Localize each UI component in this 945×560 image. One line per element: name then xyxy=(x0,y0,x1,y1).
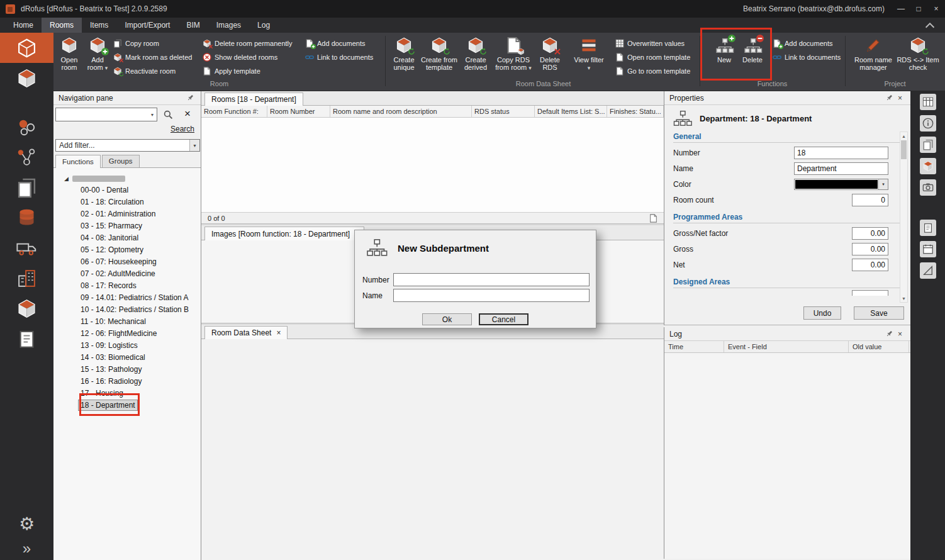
column-room-number[interactable]: Room Number xyxy=(267,106,330,117)
tree-item[interactable]: 07 - 02: AdultMedicine xyxy=(53,268,201,280)
pin-button[interactable] xyxy=(884,328,895,339)
panel-toggle-attachments[interactable] xyxy=(920,220,936,236)
column-room-function[interactable]: Room Function #: xyxy=(201,106,267,117)
name-field[interactable]: Department xyxy=(794,162,888,175)
tree-item[interactable]: 08 - 17: Records xyxy=(53,280,201,292)
panel-toggle-properties[interactable] xyxy=(920,115,936,132)
create-from-template-button[interactable]: Create from template xyxy=(420,35,458,78)
net-field[interactable]: 0.00 xyxy=(852,259,888,271)
show-deleted-rooms-button[interactable]: Show deleted rooms xyxy=(203,52,277,63)
color-field[interactable]: ▾ xyxy=(794,179,888,190)
reactivate-room-button[interactable]: Reactivate room xyxy=(113,65,176,77)
expander-icon[interactable]: ◢ xyxy=(64,176,69,182)
overwritten-values-button[interactable]: Overwritten values xyxy=(615,38,685,49)
number-field[interactable]: 18 xyxy=(794,147,888,159)
delete-room-permanently-button[interactable]: Delete room permanently xyxy=(203,38,293,49)
ok-button[interactable]: Ok xyxy=(422,313,472,325)
tree-item[interactable]: 00-00 - Dental xyxy=(53,184,201,196)
room-add-documents-button[interactable]: Add documents xyxy=(305,38,365,49)
column-room-name[interactable]: Room name and room description xyxy=(330,106,472,117)
column-old-value[interactable]: Old value xyxy=(849,341,909,352)
open-room-button[interactable]: Open room xyxy=(55,35,83,78)
search-button[interactable] xyxy=(161,108,176,121)
view-filter-button[interactable]: View filter ▾ xyxy=(574,35,604,78)
search-link[interactable]: Search xyxy=(171,125,194,133)
settings-button[interactable]: ⚙ xyxy=(19,515,35,534)
open-room-template-button[interactable]: Open room template xyxy=(615,52,690,63)
tree-item[interactable]: 01 - 18: Circulation xyxy=(53,196,201,208)
tree-item[interactable]: 10 - 14.02: Pediatrics / Station B xyxy=(53,304,201,316)
mark-room-deleted-button[interactable]: Mark room as deleted xyxy=(113,52,192,63)
number-input[interactable] xyxy=(393,273,590,286)
sidebar-item-items[interactable] xyxy=(0,63,53,93)
tab-import-export[interactable]: Import/Export xyxy=(116,18,178,33)
undo-button[interactable]: Undo xyxy=(803,306,841,320)
sidebar-item-buildings[interactable] xyxy=(0,263,53,293)
panel-toggle-log[interactable] xyxy=(920,241,936,257)
close-panel-button[interactable]: × xyxy=(895,92,905,103)
room-data-sheet-tab[interactable]: Room Data Sheet × xyxy=(204,326,288,339)
tab-functions[interactable]: Functions xyxy=(55,155,101,168)
close-panel-button[interactable]: × xyxy=(895,328,905,339)
create-derived-button[interactable]: Create derived xyxy=(459,35,492,78)
room-link-documents-button[interactable]: Link to documents xyxy=(305,52,373,63)
apply-template-button[interactable]: Apply template xyxy=(203,65,260,77)
add-room-button[interactable]: Add room ▾ xyxy=(84,35,111,78)
panel-toggle-images[interactable] xyxy=(920,179,936,196)
tab-images[interactable]: Images xyxy=(208,18,249,33)
tree-item[interactable]: 03 - 15: Pharmacy xyxy=(53,220,201,232)
sidebar-item-reports[interactable] xyxy=(0,323,53,354)
tree-item[interactable]: 12 - 06: FlightMedicine xyxy=(53,328,201,340)
sidebar-item-products[interactable] xyxy=(0,293,53,323)
delete-function-button[interactable]: Delete xyxy=(739,35,766,78)
tree-item[interactable]: 13 - 09: Logistics xyxy=(53,340,201,352)
maximize-button[interactable]: □ xyxy=(910,0,927,18)
tree-item[interactable]: 06 - 07: Housekeeping xyxy=(53,256,201,268)
minimize-button[interactable]: — xyxy=(892,0,910,18)
gross-field[interactable]: 0.00 xyxy=(852,243,888,255)
collapse-ribbon-icon[interactable] xyxy=(925,23,935,28)
tab-bim[interactable]: BIM xyxy=(178,18,208,33)
add-filter-combo[interactable]: Add filter... ▾ xyxy=(55,139,200,152)
copy-room-button[interactable]: Copy room xyxy=(113,38,159,49)
sidebar-item-core[interactable] xyxy=(0,112,53,142)
column-rds-status[interactable]: RDS status xyxy=(472,106,535,117)
panel-toggle-items[interactable] xyxy=(920,158,936,174)
chevron-down-icon[interactable]: ▾ xyxy=(148,112,157,118)
functions-link-documents-button[interactable]: Link to documents xyxy=(773,52,841,63)
panel-toggle-measure[interactable] xyxy=(920,262,936,279)
report-icon[interactable] xyxy=(649,214,657,223)
tree-item[interactable]: 15 - 13: Pathology xyxy=(53,364,201,376)
room-count-field[interactable]: 0 xyxy=(852,194,888,206)
tree-item[interactable]: 14 - 03: Biomedical xyxy=(53,352,201,364)
sidebar-item-rooms[interactable] xyxy=(0,33,53,63)
tree-item[interactable]: 05 - 12: Optometry xyxy=(53,244,201,256)
tree-item[interactable]: 11 - 10: Mechanical xyxy=(53,316,201,328)
tab-log[interactable]: Log xyxy=(249,18,278,33)
column-event-field[interactable]: Event - Field xyxy=(724,341,849,352)
tree-root[interactable]: ◢ xyxy=(53,172,201,184)
tree-item[interactable]: 16 - 16: Radiology xyxy=(53,376,201,388)
tree-item[interactable]: 04 - 08: Janitorial xyxy=(53,232,201,244)
save-button[interactable]: Save xyxy=(854,306,904,320)
designed-area-field-clipped[interactable] xyxy=(852,290,888,296)
sidebar-item-data[interactable] xyxy=(0,203,53,233)
tab-items[interactable]: Items xyxy=(82,18,116,33)
column-finishes[interactable]: Finishes: Statu... xyxy=(607,106,664,117)
rooms-tab[interactable]: Rooms [18 - Department] xyxy=(204,92,303,106)
go-to-room-template-button[interactable]: Go to room template xyxy=(615,65,690,77)
sidebar-item-logistics[interactable] xyxy=(0,233,53,263)
create-unique-button[interactable]: Create unique xyxy=(389,35,419,78)
pin-button[interactable] xyxy=(884,92,895,103)
panel-toggle-table[interactable] xyxy=(920,94,936,110)
tree-item[interactable]: 18 - Department xyxy=(53,400,201,412)
name-input[interactable] xyxy=(393,289,590,302)
copy-rds-from-room-button[interactable]: Copy RDS from room ▾ xyxy=(493,35,534,78)
sidebar-item-systems[interactable] xyxy=(0,142,53,172)
cancel-button[interactable]: Cancel xyxy=(479,313,528,325)
tab-rooms[interactable]: Rooms xyxy=(42,18,82,33)
room-name-manager-button[interactable]: Room name manager xyxy=(851,35,895,78)
scrollbar-thumb[interactable] xyxy=(901,140,907,159)
chevron-down-icon[interactable]: ▾ xyxy=(878,179,888,189)
close-icon[interactable]: × xyxy=(276,328,281,337)
